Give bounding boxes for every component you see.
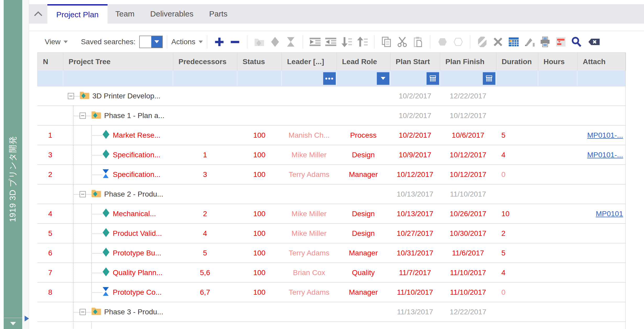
plan-finish-calendar-button[interactable]: [483, 72, 495, 85]
task-name[interactable]: Prototype Bu...: [113, 249, 161, 257]
minus-icon: [69, 96, 72, 96]
task-name[interactable]: Phase 2 - Produ...: [104, 190, 163, 198]
task-name[interactable]: Prototype Co...: [113, 288, 162, 297]
tab-team[interactable]: Team: [108, 4, 142, 24]
tree-connector: [91, 135, 102, 136]
move-down-button[interactable]: [340, 36, 352, 48]
cut-button[interactable]: [396, 36, 408, 48]
plan-start-calendar-button[interactable]: [427, 72, 439, 85]
table-row[interactable]: Phase 2 - Produ... 10/13/2017 11/10/2017: [37, 185, 625, 204]
tree-guide-line: [73, 204, 74, 224]
shape-filled-button[interactable]: [436, 36, 448, 48]
sidebar-collapse-button[interactable]: [4, 318, 22, 329]
table-row[interactable]: 8 Prototype Co...: [37, 283, 625, 302]
search-button[interactable]: [570, 36, 583, 48]
tab-parts[interactable]: Parts: [201, 4, 235, 24]
task-name[interactable]: Specification...: [113, 151, 160, 159]
gantt-button[interactable]: [555, 36, 567, 48]
col-header-plan-start[interactable]: Plan Start: [390, 53, 440, 71]
paste-button[interactable]: [412, 36, 424, 48]
leader-picker-button[interactable]: •••: [323, 72, 336, 85]
move-up-button[interactable]: [356, 36, 368, 48]
view-menu[interactable]: View: [45, 38, 68, 46]
table-row[interactable]: 5 Product Valid...: [37, 224, 625, 243]
col-header-attach[interactable]: Attach: [578, 53, 626, 71]
tree-collapse-button[interactable]: [80, 191, 86, 197]
clear-search-button[interactable]: [588, 36, 600, 48]
filter-attach[interactable]: [578, 71, 626, 86]
table-row[interactable]: 3 Specification...: [37, 145, 625, 165]
tree-collapse-button[interactable]: [68, 93, 74, 99]
col-header-project-tree[interactable]: Project Tree: [63, 53, 173, 71]
task-name[interactable]: Phase 3 - Produ...: [104, 308, 163, 316]
filter-n[interactable]: [38, 71, 63, 86]
table-row[interactable]: [37, 322, 625, 329]
filter-duration[interactable]: [496, 71, 538, 86]
task-name[interactable]: Phase 1 - Plan a...: [104, 111, 164, 120]
eraser-button[interactable]: [476, 36, 488, 48]
filter-lead-role[interactable]: [337, 71, 390, 86]
col-header-predecessors[interactable]: Predecessors: [173, 53, 237, 71]
saved-search-dropdown-button[interactable]: [151, 36, 162, 48]
table-row[interactable]: 7 Quality Plann...: [37, 263, 625, 283]
lead-role-value: Design: [352, 151, 375, 159]
table-row[interactable]: 2 Specification...: [37, 165, 625, 185]
add-task-button[interactable]: [269, 36, 281, 48]
calendar-icon: [485, 74, 494, 83]
col-header-hours[interactable]: Hours: [538, 53, 578, 71]
duration-value: 4: [501, 151, 506, 159]
table-row[interactable]: 4 Mechanical...: [37, 204, 625, 224]
task-name[interactable]: Market Rese...: [113, 131, 160, 140]
task-name[interactable]: Mechanical...: [113, 210, 156, 218]
table-row[interactable]: 6 Prototype Bu...: [37, 243, 625, 263]
task-name[interactable]: Quality Plann...: [113, 269, 163, 277]
filter-predecessors[interactable]: [173, 71, 237, 86]
filter-hours[interactable]: [538, 71, 578, 86]
actions-menu[interactable]: Actions: [171, 38, 203, 46]
task-diamond-icon: [102, 130, 110, 141]
indent-button[interactable]: [325, 36, 337, 48]
col-header-duration[interactable]: Duration: [496, 53, 538, 71]
filter-plan-finish[interactable]: [440, 71, 496, 86]
saved-search-select[interactable]: [139, 36, 163, 48]
attach-link[interactable]: MP0101: [596, 210, 623, 218]
copy-button[interactable]: [380, 36, 393, 48]
shape-outline-button[interactable]: [452, 36, 464, 48]
print-button[interactable]: [539, 36, 551, 48]
tree-collapse-button[interactable]: [80, 309, 86, 315]
outdent-button[interactable]: [309, 36, 321, 48]
add-milestone-button[interactable]: [285, 36, 297, 48]
col-header-n[interactable]: N: [38, 53, 63, 71]
col-header-plan-finish[interactable]: Plan Finish: [440, 53, 496, 71]
panel-expand-arrow-icon[interactable]: [25, 316, 29, 321]
lead-role-dropdown-button[interactable]: [377, 72, 389, 85]
add-row-button[interactable]: [213, 36, 225, 48]
tab-project-plan[interactable]: Project Plan: [47, 4, 108, 24]
table-row[interactable]: Phase 3 - Produ... 11/13/2017 12/22/2017: [37, 302, 625, 322]
remove-row-button[interactable]: [229, 36, 241, 48]
filter-status[interactable]: [237, 71, 282, 86]
table-row[interactable]: 3D Printer Develop... 10/2/2017 12/22/20…: [37, 86, 625, 106]
printer-icon: [539, 36, 551, 48]
tree-collapse-button[interactable]: [80, 113, 86, 119]
filter-leader[interactable]: •••: [282, 71, 337, 86]
tab-deliverables[interactable]: Deliverables: [142, 4, 201, 24]
filter-project-tree[interactable]: [63, 71, 173, 86]
task-name[interactable]: 3D Printer Develop...: [92, 92, 160, 100]
col-header-status[interactable]: Status: [237, 53, 282, 71]
col-header-leader[interactable]: Leader [...]: [282, 53, 337, 71]
table-row[interactable]: 1 Market Rese...: [37, 126, 625, 145]
delete-button[interactable]: [492, 36, 504, 48]
spreadsheet-button[interactable]: [508, 36, 520, 48]
col-header-lead-role[interactable]: Lead Role: [337, 53, 390, 71]
table-row[interactable]: Phase 1 - Plan a... 10/2/2017 10/12/2017: [37, 106, 625, 126]
attach-link[interactable]: MP0101-...: [587, 151, 623, 159]
attach-link[interactable]: MP0101-...: [587, 131, 623, 140]
add-subproject-button[interactable]: [253, 36, 265, 48]
filter-plan-start[interactable]: [390, 71, 440, 86]
sign-off-button[interactable]: [523, 36, 535, 48]
task-name[interactable]: Specification...: [113, 170, 160, 179]
task-name[interactable]: Product Valid...: [113, 229, 162, 238]
collapse-tabs-button[interactable]: [29, 4, 47, 24]
project-sidebar[interactable]: 1919 3D プリンタ開発: [4, 0, 22, 329]
